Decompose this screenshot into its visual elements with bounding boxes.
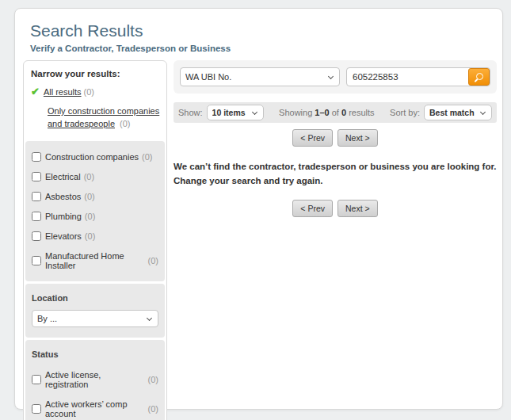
filter-label: Construction companies bbox=[45, 152, 139, 162]
location-dropdown[interactable]: By ... bbox=[32, 311, 158, 326]
page-subtitle: Verify a Contractor, Tradesperson or Bus… bbox=[30, 44, 502, 53]
filter-count: (0) bbox=[84, 172, 94, 181]
filter-only-construction[interactable]: Only construction companies and tradespe… bbox=[48, 105, 160, 131]
filter-label: Asbestos bbox=[45, 192, 81, 201]
all-results-link[interactable]: All results bbox=[44, 87, 82, 97]
plumbing-checkbox[interactable] bbox=[32, 212, 41, 221]
showing-of: of bbox=[332, 108, 339, 117]
filter-label: Plumbing bbox=[45, 212, 82, 221]
search-type-dropdown[interactable]: WA UBI No. bbox=[181, 68, 339, 86]
show-dropdown[interactable]: 10 items bbox=[208, 105, 263, 120]
show-group: Show: 10 items bbox=[178, 105, 264, 120]
electrical-checkbox[interactable] bbox=[32, 172, 41, 181]
check-icon: ✔ bbox=[31, 86, 40, 97]
filter-label: Electrical bbox=[45, 172, 81, 181]
active-license-checkbox[interactable] bbox=[32, 375, 41, 384]
prev-button[interactable]: < Prev bbox=[292, 200, 333, 217]
narrow-results-section: Narrow your results: ✔ All results (0) O… bbox=[25, 63, 165, 139]
manufactured-home-installer-checkbox[interactable] bbox=[32, 256, 41, 265]
location-filter-section: Location By ... bbox=[25, 284, 165, 338]
elevators-checkbox[interactable] bbox=[32, 231, 41, 241]
filter-label: Active workers’ comp account bbox=[45, 399, 145, 418]
search-icon bbox=[476, 73, 483, 80]
active-workers-comp-checkbox[interactable] bbox=[32, 404, 41, 414]
showing-prefix: Showing bbox=[279, 108, 312, 117]
sort-select[interactable]: Best match bbox=[424, 105, 492, 120]
filter-count: (0) bbox=[148, 256, 158, 265]
filter-count: (0) bbox=[148, 375, 158, 384]
only-construction-link[interactable]: Only construction companies and tradespe… bbox=[48, 106, 159, 128]
category-filter-section: Construction companies (0) Electrical (0… bbox=[25, 141, 165, 281]
filter-count: (0) bbox=[148, 404, 158, 414]
filter-label: Manufactured Home Installer bbox=[45, 251, 145, 270]
show-select[interactable]: 10 items bbox=[207, 105, 264, 120]
filter-count: (0) bbox=[84, 192, 94, 201]
status-filter-section: Status Active license, registration (0) … bbox=[25, 340, 165, 420]
showing-total: 0 bbox=[341, 108, 346, 117]
no-results-message: We can’t find the contractor, tradespers… bbox=[174, 160, 497, 189]
location-select[interactable]: By ... bbox=[32, 310, 158, 327]
pagination-bottom: < Prev Next > bbox=[174, 200, 497, 217]
show-label: Show: bbox=[178, 108, 203, 117]
page-header: Search Results Verify a Contractor, Trad… bbox=[15, 9, 502, 53]
filter-label: Elevators bbox=[45, 231, 82, 241]
filter-count: (0) bbox=[85, 231, 95, 241]
results-card: Search Results Verify a Contractor, Trad… bbox=[14, 8, 503, 410]
showing-results-text: Showing 1–0 of 0 results bbox=[279, 108, 375, 117]
filter-asbestos[interactable]: Asbestos (0) bbox=[32, 192, 158, 201]
filter-count: (0) bbox=[85, 212, 95, 221]
sort-label: Sort by: bbox=[390, 108, 420, 117]
filter-elevators[interactable]: Elevators (0) bbox=[32, 231, 158, 241]
location-heading: Location bbox=[32, 284, 158, 304]
showing-range: 1–0 bbox=[315, 108, 329, 117]
showing-suffix: results bbox=[349, 108, 374, 117]
next-button[interactable]: Next > bbox=[337, 129, 378, 147]
construction-companies-checkbox[interactable] bbox=[32, 152, 41, 162]
sort-dropdown[interactable]: Best match bbox=[425, 105, 491, 120]
next-button[interactable]: Next > bbox=[337, 200, 378, 217]
asbestos-checkbox[interactable] bbox=[32, 192, 41, 201]
prev-button[interactable]: < Prev bbox=[292, 129, 333, 147]
results-main: WA UBI No. Show: 10 items bbox=[174, 60, 497, 420]
filter-manufactured-home-installer[interactable]: Manufactured Home Installer (0) bbox=[32, 251, 158, 270]
filter-plumbing[interactable]: Plumbing (0) bbox=[32, 212, 158, 221]
all-results-count: (0) bbox=[84, 87, 94, 97]
status-heading: Status bbox=[32, 341, 158, 360]
filter-active-license[interactable]: Active license, registration (0) bbox=[32, 370, 158, 389]
narrow-results-heading: Narrow your results: bbox=[31, 69, 159, 78]
search-button[interactable] bbox=[468, 68, 490, 86]
filter-label: Active license, registration bbox=[45, 370, 145, 389]
filters-sidebar: Narrow your results: ✔ All results (0) O… bbox=[23, 60, 167, 420]
page-title: Search Results bbox=[30, 21, 502, 40]
filter-all-results[interactable]: ✔ All results (0) bbox=[31, 86, 159, 97]
results-toolbar: Show: 10 items Showing 1–0 of 0 results bbox=[174, 102, 497, 123]
filter-count: (0) bbox=[142, 152, 152, 162]
filter-construction-companies[interactable]: Construction companies (0) bbox=[32, 152, 158, 162]
sort-group: Sort by: Best match bbox=[390, 105, 492, 120]
pagination-top: < Prev Next > bbox=[174, 129, 497, 147]
filter-electrical[interactable]: Electrical (0) bbox=[32, 172, 158, 181]
search-query-group bbox=[346, 67, 490, 86]
search-type-select[interactable]: WA UBI No. bbox=[180, 67, 340, 86]
search-panel: WA UBI No. bbox=[174, 60, 497, 94]
filter-active-workers-comp[interactable]: Active workers’ comp account (0) bbox=[32, 399, 158, 418]
only-construction-count: (0) bbox=[120, 119, 130, 128]
